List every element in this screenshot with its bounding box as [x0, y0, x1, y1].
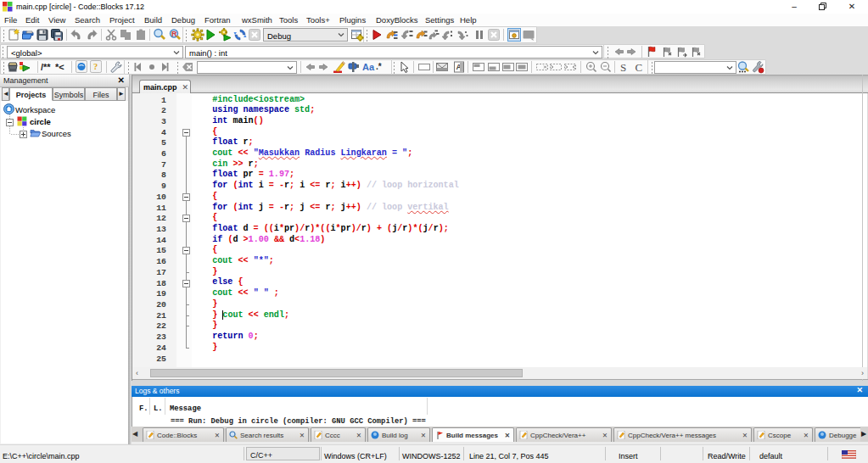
svg-text:.*: .* [376, 62, 382, 71]
svg-text:/**: /** [41, 62, 51, 72]
svg-text:Aa: Aa [362, 62, 375, 72]
svg-text:C: C [635, 61, 642, 74]
svg-text:S: S [620, 61, 626, 74]
svg-text:*<: *< [55, 62, 64, 72]
svg-text:?: ? [92, 62, 97, 71]
